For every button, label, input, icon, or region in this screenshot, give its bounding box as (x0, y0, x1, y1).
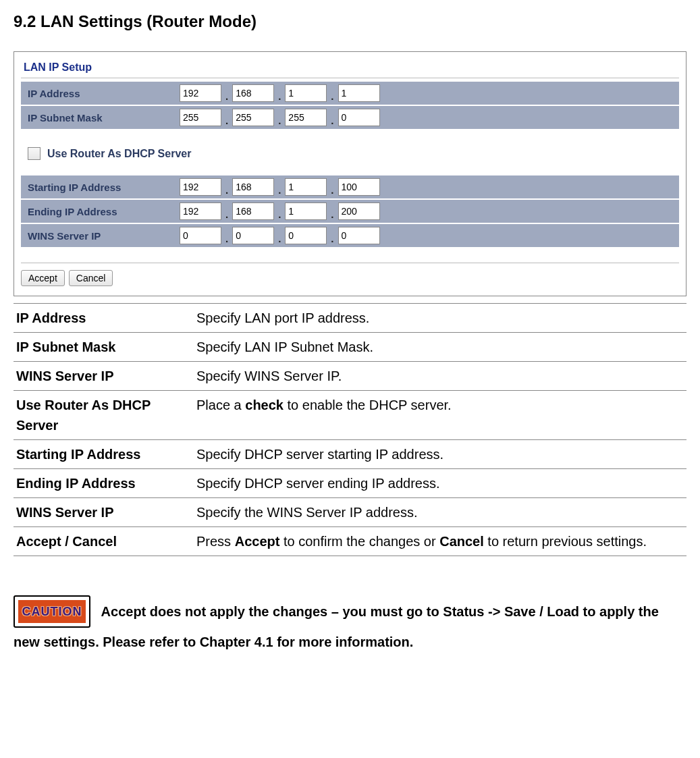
lan-octet-group: ... (180, 84, 380, 102)
lan-octet-input[interactable] (232, 84, 274, 102)
definition-desc: Specify WINS Server IP. (194, 362, 686, 391)
lan-label: IP Address (21, 88, 180, 99)
accept-button[interactable]: Accept (21, 270, 65, 286)
lan-label: IP Subnet Mask (21, 112, 180, 124)
table-row: Starting IP AddressSpecify DHCP server s… (14, 440, 686, 469)
table-row: IP Subnet MaskSpecify LAN IP Subnet Mask… (14, 333, 686, 362)
cancel-button[interactable]: Cancel (69, 270, 113, 286)
dhcp-checkbox-row: Use Router As DHCP Server (21, 130, 679, 175)
dhcp-octet-input[interactable] (338, 227, 380, 244)
caution-text: Accept does not apply the changes – you … (14, 604, 659, 649)
lan-octet-group: ... (180, 109, 380, 126)
dhcp-octet-input[interactable] (232, 178, 274, 196)
dhcp-label: WINS Server IP (21, 230, 180, 242)
dot-separator: . (331, 184, 333, 196)
definition-term: Use Router As DHCP Server (14, 391, 194, 440)
lan-row: IP Subnet Mask... (21, 105, 679, 130)
lan-octet-input[interactable] (338, 109, 380, 126)
lan-octet-input[interactable] (180, 84, 221, 102)
dhcp-octet-input[interactable] (338, 202, 380, 220)
definition-desc: Press Accept to confirm the changes or C… (194, 527, 686, 556)
definition-desc: Specify DHCP server ending IP address. (194, 469, 686, 498)
dot-separator: . (278, 233, 281, 244)
dhcp-octet-group: ... (180, 178, 380, 196)
dhcp-label: Ending IP Address (21, 206, 180, 217)
button-row: Accept Cancel (21, 270, 679, 286)
lan-octet-input[interactable] (285, 109, 327, 126)
lan-octet-input[interactable] (338, 84, 380, 102)
lan-octet-input[interactable] (180, 109, 221, 126)
table-row: Use Router As DHCP ServerPlace a check t… (14, 391, 686, 440)
dhcp-octet-input[interactable] (180, 178, 221, 196)
table-row: Ending IP AddressSpecify DHCP server end… (14, 469, 686, 498)
dot-separator: . (331, 115, 333, 126)
table-row: WINS Server IPSpecify the WINS Server IP… (14, 498, 686, 527)
definition-term: IP Subnet Mask (14, 333, 194, 362)
divider (21, 263, 679, 263)
dhcp-octet-input[interactable] (232, 202, 274, 220)
dhcp-octet-input[interactable] (180, 227, 221, 244)
dot-separator: . (278, 209, 281, 220)
dot-separator: . (225, 115, 228, 126)
dhcp-octet-group: ... (180, 227, 380, 244)
definition-term: Ending IP Address (14, 469, 194, 498)
table-row: Accept / CancelPress Accept to confirm t… (14, 527, 686, 556)
dhcp-octet-group: ... (180, 202, 380, 220)
definition-desc: Specify LAN IP Subnet Mask. (194, 333, 686, 362)
dot-separator: . (225, 233, 228, 244)
dhcp-octet-input[interactable] (338, 178, 380, 196)
definition-desc: Specify the WINS Server IP address. (194, 498, 686, 527)
table-row: IP AddressSpecify LAN port IP address. (14, 304, 686, 333)
dot-separator: . (278, 184, 281, 196)
lan-octet-input[interactable] (285, 84, 327, 102)
dot-separator: . (331, 90, 333, 102)
lan-octet-input[interactable] (232, 109, 274, 126)
dhcp-octet-input[interactable] (285, 178, 327, 196)
dot-separator: . (278, 90, 281, 102)
caution-badge-text: CAUTION (22, 605, 82, 618)
dhcp-row: Starting IP Address... (21, 175, 679, 199)
dot-separator: . (225, 184, 228, 196)
dhcp-row: WINS Server IP... (21, 223, 679, 248)
dot-separator: . (225, 90, 228, 102)
dhcp-octet-input[interactable] (232, 227, 274, 244)
definition-term: Starting IP Address (14, 440, 194, 469)
definition-term: IP Address (14, 304, 194, 333)
table-row: WINS Server IPSpecify WINS Server IP. (14, 362, 686, 391)
definitions-table: IP AddressSpecify LAN port IP address.IP… (14, 303, 686, 556)
lan-settings-screenshot: LAN IP Setup IP Address...IP Subnet Mask… (14, 51, 686, 296)
dot-separator: . (225, 209, 228, 220)
definition-desc: Specify DHCP server starting IP address. (194, 440, 686, 469)
dhcp-octet-input[interactable] (180, 202, 221, 220)
dhcp-octet-input[interactable] (285, 227, 327, 244)
definition-desc: Place a check to enable the DHCP server. (194, 391, 686, 440)
dhcp-checkbox[interactable] (28, 147, 41, 160)
caution-note: CAUTION Accept does not apply the change… (14, 597, 686, 655)
dot-separator: . (331, 209, 333, 220)
lan-row: IP Address... (21, 81, 679, 105)
page-heading: 9.2 LAN Settings (Router Mode) (14, 12, 686, 31)
dot-separator: . (278, 115, 281, 126)
dhcp-row: Ending IP Address... (21, 199, 679, 223)
panel-title: LAN IP Setup (21, 59, 679, 78)
definition-term: Accept / Cancel (14, 527, 194, 556)
definition-term: WINS Server IP (14, 362, 194, 391)
dhcp-checkbox-label: Use Router As DHCP Server (47, 148, 191, 160)
dhcp-octet-input[interactable] (285, 202, 327, 220)
dot-separator: . (331, 233, 333, 244)
definition-term: WINS Server IP (14, 498, 194, 527)
definition-desc: Specify LAN port IP address. (194, 304, 686, 333)
dhcp-label: Starting IP Address (21, 182, 180, 193)
caution-icon: CAUTION (14, 595, 90, 628)
